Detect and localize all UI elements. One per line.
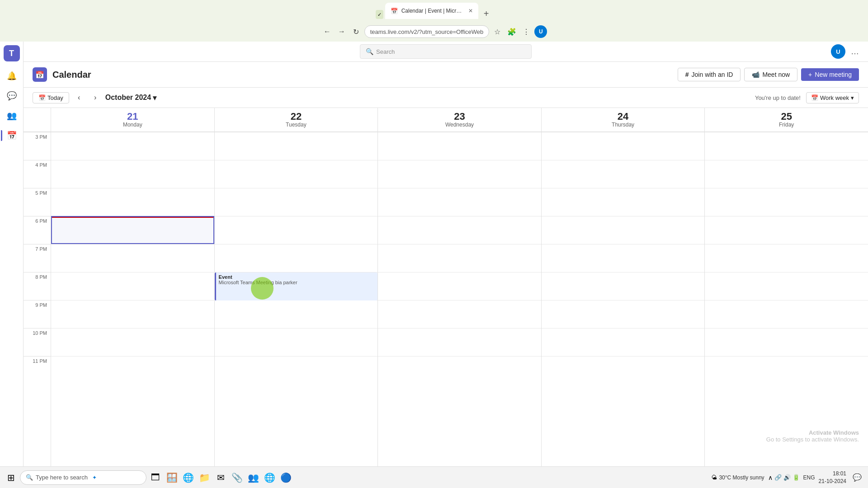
sidebar-item-calendar[interactable]: 📅 bbox=[3, 127, 21, 145]
taskbar-widgets[interactable]: 🪟 bbox=[165, 470, 179, 485]
thu-9pm[interactable] bbox=[542, 300, 705, 328]
event-block[interactable]: Event Microsoft Teams Meeting bia parker bbox=[215, 272, 378, 300]
mon-8pm[interactable] bbox=[51, 272, 214, 300]
tue-11pm[interactable] bbox=[215, 356, 378, 384]
taskbar-notification-center[interactable]: 💬 bbox=[850, 470, 864, 485]
taskbar-start-button[interactable]: ⊞ bbox=[4, 470, 18, 485]
fri-7pm[interactable] bbox=[705, 244, 868, 272]
fri-4pm[interactable] bbox=[705, 160, 868, 188]
sidebar-item-teams[interactable]: 👥 bbox=[3, 107, 21, 125]
tue-8pm[interactable]: Event Microsoft Teams Meeting bia parker bbox=[215, 272, 378, 300]
prev-week-button[interactable]: ‹ bbox=[73, 91, 85, 104]
wed-4pm[interactable] bbox=[378, 160, 541, 188]
browser-tab[interactable]: 📅 Calendar | Event | Microsoft Tea... ✕ bbox=[385, 3, 478, 19]
wed-9pm[interactable] bbox=[378, 300, 541, 328]
new-meeting-button[interactable]: + New meeting bbox=[801, 68, 859, 81]
extensions-button[interactable]: 🧩 bbox=[505, 25, 518, 38]
thu-11pm[interactable] bbox=[542, 356, 705, 384]
fri-3pm[interactable] bbox=[705, 132, 868, 160]
taskbar-edge[interactable]: 🌐 bbox=[262, 470, 277, 485]
teams-logo: T bbox=[4, 45, 20, 61]
profile-avatar[interactable]: U bbox=[534, 25, 547, 38]
new-tab-button[interactable]: + bbox=[480, 9, 493, 19]
wed-8pm[interactable] bbox=[378, 272, 541, 300]
day-column-mon[interactable] bbox=[51, 132, 214, 488]
fri-9pm[interactable] bbox=[705, 300, 868, 328]
address-bar[interactable]: teams.live.com/v2/?utm_source=OfficeWeb bbox=[364, 25, 490, 38]
clock-date: 21-10-2024 bbox=[819, 478, 846, 485]
taskbar-clock[interactable]: 18:01 21-10-2024 bbox=[819, 470, 846, 485]
fri-6pm[interactable] bbox=[705, 216, 868, 244]
today-button[interactable]: 📅 Today bbox=[33, 92, 69, 103]
tue-5pm[interactable] bbox=[215, 188, 378, 216]
mon-5pm[interactable] bbox=[51, 188, 214, 216]
thu-5pm[interactable] bbox=[542, 188, 705, 216]
taskbar-chrome[interactable]: 🔵 bbox=[278, 470, 293, 485]
taskbar-teams-store[interactable]: 📎 bbox=[230, 470, 244, 485]
thu-7pm[interactable] bbox=[542, 244, 705, 272]
wed-6pm[interactable] bbox=[378, 216, 541, 244]
sidebar-item-activity[interactable]: 🔔 bbox=[3, 67, 21, 85]
tue-6pm[interactable] bbox=[215, 216, 378, 244]
wed-7pm[interactable] bbox=[378, 244, 541, 272]
fri-5pm[interactable] bbox=[705, 188, 868, 216]
day-column-tue[interactable]: Event Microsoft Teams Meeting bia parker bbox=[214, 132, 378, 488]
refresh-button[interactable]: ↻ bbox=[350, 25, 363, 38]
bookmark-button[interactable]: ☆ bbox=[491, 25, 504, 38]
wed-3pm[interactable] bbox=[378, 132, 541, 160]
fri-8pm[interactable] bbox=[705, 272, 868, 300]
wed-10pm[interactable] bbox=[378, 328, 541, 356]
fri-10pm[interactable] bbox=[705, 328, 868, 356]
join-with-id-button[interactable]: # Join with an ID bbox=[678, 68, 741, 81]
forward-button[interactable]: → bbox=[335, 25, 348, 38]
mon-11pm[interactable] bbox=[51, 356, 214, 384]
tue-10pm[interactable] bbox=[215, 328, 378, 356]
tray-show-icon[interactable]: ∧ bbox=[768, 474, 773, 481]
mon-9pm[interactable] bbox=[51, 300, 214, 328]
thu-3pm[interactable] bbox=[542, 132, 705, 160]
taskbar-search[interactable]: 🔍 Type here to search ✦ bbox=[20, 470, 146, 485]
tue-3pm[interactable] bbox=[215, 132, 378, 160]
tue-4pm[interactable] bbox=[215, 160, 378, 188]
tray-battery-icon[interactable]: 🔋 bbox=[793, 474, 800, 481]
tray-volume-icon[interactable]: 🔊 bbox=[783, 474, 791, 481]
mon-4pm[interactable] bbox=[51, 160, 214, 188]
mon-3pm[interactable] bbox=[51, 132, 214, 160]
work-week-button[interactable]: 📅 Work week ▾ bbox=[806, 92, 859, 103]
taskbar-teams[interactable]: 👥 bbox=[246, 470, 260, 485]
sidebar-item-chat[interactable]: 💬 bbox=[3, 87, 21, 105]
day-column-wed[interactable] bbox=[377, 132, 541, 488]
thu-6pm[interactable] bbox=[542, 216, 705, 244]
weather-temp: 30°C Mostly sunny bbox=[719, 474, 764, 481]
mon-6pm[interactable] bbox=[51, 216, 214, 244]
taskbar-mail[interactable]: ✉ bbox=[213, 470, 228, 485]
wed-11pm[interactable] bbox=[378, 356, 541, 384]
thu-4pm[interactable] bbox=[542, 160, 705, 188]
browser-more-button[interactable]: ⋮ bbox=[520, 25, 533, 38]
mon-10pm[interactable] bbox=[51, 328, 214, 356]
tue-7pm[interactable] bbox=[215, 244, 378, 272]
taskbar-task-view[interactable]: 🗖 bbox=[148, 470, 163, 485]
system-tray[interactable]: ∧ 🔗 🔊 🔋 bbox=[768, 474, 800, 481]
user-avatar[interactable]: U bbox=[831, 44, 845, 59]
next-week-button[interactable]: › bbox=[89, 91, 102, 104]
tue-9pm[interactable] bbox=[215, 300, 378, 328]
tab-close-button[interactable]: ✕ bbox=[468, 8, 473, 14]
taskbar-browser[interactable]: 🌐 bbox=[181, 470, 195, 485]
taskbar-file-explorer[interactable]: 📁 bbox=[197, 470, 212, 485]
wed-5pm[interactable] bbox=[378, 188, 541, 216]
meet-now-button[interactable]: 📹 Meet now bbox=[744, 68, 797, 81]
month-label[interactable]: October 2024 ▾ bbox=[105, 94, 156, 102]
thu-10pm[interactable] bbox=[542, 328, 705, 356]
fri-11pm[interactable] bbox=[705, 356, 868, 384]
day-column-thu[interactable] bbox=[541, 132, 705, 488]
back-button[interactable]: ← bbox=[321, 25, 334, 38]
teams-more-button[interactable]: … bbox=[851, 47, 859, 56]
weather-widget[interactable]: 🌤 30°C Mostly sunny bbox=[711, 474, 764, 481]
tray-network-icon[interactable]: 🔗 bbox=[774, 474, 782, 481]
new-meeting-label: New meeting bbox=[815, 71, 852, 78]
mon-7pm[interactable] bbox=[51, 244, 214, 272]
thu-8pm[interactable] bbox=[542, 272, 705, 300]
teams-search-bar[interactable]: 🔍 Search bbox=[360, 44, 532, 59]
teams-search-placeholder: Search bbox=[376, 48, 395, 55]
